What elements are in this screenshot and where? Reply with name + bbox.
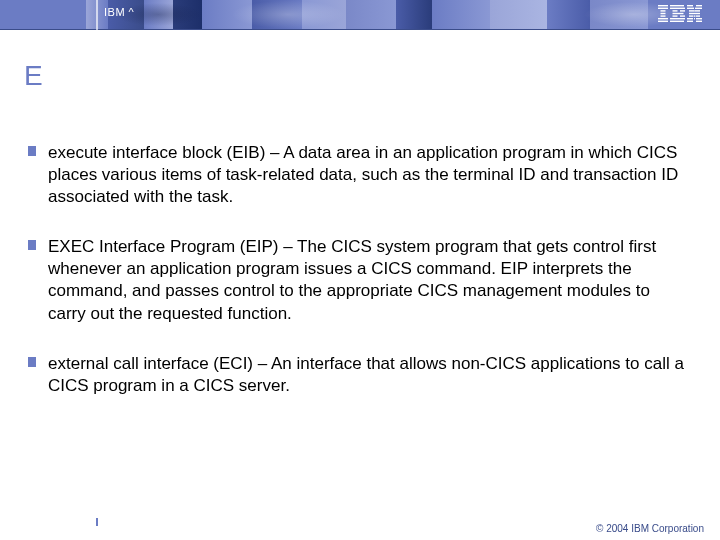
svg-rect-14 [670,18,685,19]
list-item: external call interface (ECI) – An inter… [28,353,692,397]
bullet-list: execute interface block (EIB) – A data a… [22,142,692,397]
svg-rect-16 [687,5,693,6]
svg-rect-1 [658,8,668,9]
ibm-logo-icon [658,5,702,23]
list-item: execute interface block (EIB) – A data a… [28,142,692,208]
header-band: IBM ^ [0,0,720,30]
svg-rect-3 [661,13,666,14]
slide-content: E execute interface block (EIB) – A data… [0,38,720,510]
svg-rect-13 [680,15,685,16]
svg-rect-15 [670,21,684,22]
slide-title-letter: E [24,60,692,92]
svg-rect-0 [658,5,668,6]
svg-rect-2 [661,10,666,11]
svg-rect-29 [687,21,693,22]
svg-rect-22 [689,13,700,14]
copyright-text: © 2004 IBM Corporation [596,523,704,534]
footer-accent-line [96,518,98,526]
svg-rect-4 [661,15,666,16]
svg-rect-21 [695,10,701,11]
svg-rect-11 [673,13,684,14]
list-item: EXEC Interface Program (EIP) – The CICS … [28,236,692,324]
svg-rect-20 [689,10,695,11]
svg-rect-23 [689,15,693,16]
svg-rect-9 [673,10,678,11]
svg-rect-6 [658,21,668,22]
footer-band: © 2004 IBM Corporation [0,514,720,540]
header-accent-line [96,0,98,30]
header-brand-label: IBM ^ [104,6,134,18]
svg-rect-28 [696,18,702,19]
svg-rect-7 [670,5,684,6]
svg-rect-30 [696,21,702,22]
svg-rect-19 [695,8,702,9]
svg-rect-5 [658,18,668,19]
svg-rect-24 [694,15,696,16]
svg-rect-26 [687,18,693,19]
svg-rect-10 [680,10,685,11]
svg-rect-18 [687,8,694,9]
svg-rect-12 [673,15,678,16]
svg-rect-17 [696,5,702,6]
svg-rect-25 [696,15,700,16]
svg-rect-27 [694,18,695,19]
svg-rect-8 [670,8,685,9]
